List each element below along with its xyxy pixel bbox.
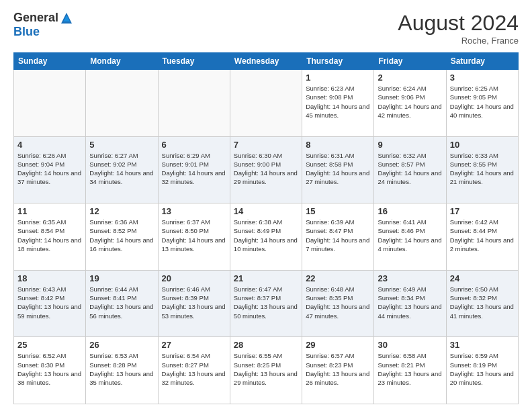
day-number: 25 bbox=[17, 340, 82, 350]
day-info: Sunrise: 6:41 AM Sunset: 8:46 PM Dayligh… bbox=[378, 218, 442, 253]
calendar-cell bbox=[158, 70, 230, 137]
calendar-cell: 31Sunrise: 6:59 AM Sunset: 8:19 PM Dayli… bbox=[446, 337, 518, 404]
day-number: 12 bbox=[89, 206, 154, 216]
day-number: 11 bbox=[17, 206, 82, 216]
calendar-cell: 27Sunrise: 6:54 AM Sunset: 8:27 PM Dayli… bbox=[158, 337, 230, 404]
calendar-cell: 23Sunrise: 6:49 AM Sunset: 8:34 PM Dayli… bbox=[374, 270, 446, 337]
calendar-cell: 25Sunrise: 6:52 AM Sunset: 8:30 PM Dayli… bbox=[14, 337, 86, 404]
day-number: 29 bbox=[306, 340, 370, 350]
calendar-cell: 18Sunrise: 6:43 AM Sunset: 8:42 PM Dayli… bbox=[14, 270, 86, 337]
day-info: Sunrise: 6:42 AM Sunset: 8:44 PM Dayligh… bbox=[450, 218, 515, 253]
day-number: 22 bbox=[306, 273, 370, 283]
day-info: Sunrise: 6:33 AM Sunset: 8:55 PM Dayligh… bbox=[450, 151, 515, 187]
location: Roche, France bbox=[398, 36, 519, 46]
calendar-cell: 17Sunrise: 6:42 AM Sunset: 8:44 PM Dayli… bbox=[446, 203, 518, 271]
day-number: 27 bbox=[162, 340, 226, 350]
day-info: Sunrise: 6:50 AM Sunset: 8:32 PM Dayligh… bbox=[450, 285, 515, 320]
day-info: Sunrise: 6:25 AM Sunset: 9:05 PM Dayligh… bbox=[450, 84, 515, 120]
day-number: 4 bbox=[17, 140, 82, 150]
day-number: 7 bbox=[234, 140, 298, 150]
day-info: Sunrise: 6:48 AM Sunset: 8:35 PM Dayligh… bbox=[306, 285, 370, 320]
calendar-week-1: 4Sunrise: 6:26 AM Sunset: 9:04 PM Daylig… bbox=[14, 136, 519, 203]
day-number: 10 bbox=[450, 140, 515, 150]
calendar-week-2: 11Sunrise: 6:35 AM Sunset: 8:54 PM Dayli… bbox=[14, 203, 519, 271]
day-number: 24 bbox=[450, 273, 515, 283]
col-friday: Friday bbox=[374, 53, 446, 70]
calendar-cell bbox=[14, 70, 86, 137]
calendar-cell: 15Sunrise: 6:39 AM Sunset: 8:47 PM Dayli… bbox=[302, 203, 374, 271]
day-number: 20 bbox=[162, 273, 226, 283]
page: General Blue August 2024 Roche, France S… bbox=[0, 0, 532, 411]
day-number: 28 bbox=[234, 340, 298, 350]
day-info: Sunrise: 6:35 AM Sunset: 8:54 PM Dayligh… bbox=[17, 218, 82, 253]
day-info: Sunrise: 6:38 AM Sunset: 8:49 PM Dayligh… bbox=[234, 218, 298, 253]
calendar-cell bbox=[86, 70, 158, 137]
calendar-cell: 29Sunrise: 6:57 AM Sunset: 8:23 PM Dayli… bbox=[302, 337, 374, 404]
calendar-cell: 11Sunrise: 6:35 AM Sunset: 8:54 PM Dayli… bbox=[14, 203, 86, 271]
calendar-cell: 28Sunrise: 6:55 AM Sunset: 8:25 PM Dayli… bbox=[230, 337, 302, 404]
day-number: 13 bbox=[162, 206, 226, 216]
day-info: Sunrise: 6:29 AM Sunset: 9:01 PM Dayligh… bbox=[162, 151, 226, 187]
day-number: 16 bbox=[378, 206, 442, 216]
day-info: Sunrise: 6:23 AM Sunset: 9:08 PM Dayligh… bbox=[306, 84, 370, 120]
calendar-cell: 4Sunrise: 6:26 AM Sunset: 9:04 PM Daylig… bbox=[14, 136, 86, 203]
day-info: Sunrise: 6:58 AM Sunset: 8:21 PM Dayligh… bbox=[378, 351, 442, 387]
day-info: Sunrise: 6:57 AM Sunset: 8:23 PM Dayligh… bbox=[306, 351, 370, 387]
calendar-cell: 7Sunrise: 6:30 AM Sunset: 9:00 PM Daylig… bbox=[230, 136, 302, 203]
day-info: Sunrise: 6:31 AM Sunset: 8:58 PM Dayligh… bbox=[306, 151, 370, 187]
day-info: Sunrise: 6:54 AM Sunset: 8:27 PM Dayligh… bbox=[162, 351, 226, 387]
day-info: Sunrise: 6:36 AM Sunset: 8:52 PM Dayligh… bbox=[89, 218, 154, 253]
day-number: 17 bbox=[450, 206, 515, 216]
calendar-cell: 14Sunrise: 6:38 AM Sunset: 8:49 PM Dayli… bbox=[230, 203, 302, 271]
col-saturday: Saturday bbox=[446, 53, 518, 70]
day-info: Sunrise: 6:39 AM Sunset: 8:47 PM Dayligh… bbox=[306, 218, 370, 253]
day-number: 5 bbox=[89, 140, 154, 150]
calendar-cell: 24Sunrise: 6:50 AM Sunset: 8:32 PM Dayli… bbox=[446, 270, 518, 337]
calendar-cell: 16Sunrise: 6:41 AM Sunset: 8:46 PM Dayli… bbox=[374, 203, 446, 271]
calendar-cell: 30Sunrise: 6:58 AM Sunset: 8:21 PM Dayli… bbox=[374, 337, 446, 404]
day-info: Sunrise: 6:44 AM Sunset: 8:41 PM Dayligh… bbox=[89, 285, 154, 320]
logo-blue-text: Blue bbox=[13, 25, 40, 38]
calendar-cell: 13Sunrise: 6:37 AM Sunset: 8:50 PM Dayli… bbox=[158, 203, 230, 271]
calendar-cell: 22Sunrise: 6:48 AM Sunset: 8:35 PM Dayli… bbox=[302, 270, 374, 337]
day-info: Sunrise: 6:37 AM Sunset: 8:50 PM Dayligh… bbox=[162, 218, 226, 253]
col-wednesday: Wednesday bbox=[230, 53, 302, 70]
calendar-cell: 1Sunrise: 6:23 AM Sunset: 9:08 PM Daylig… bbox=[302, 70, 374, 137]
day-number: 23 bbox=[378, 273, 442, 283]
logo: General Blue bbox=[13, 11, 73, 39]
day-info: Sunrise: 6:47 AM Sunset: 8:37 PM Dayligh… bbox=[234, 285, 298, 320]
calendar-cell: 20Sunrise: 6:46 AM Sunset: 8:39 PM Dayli… bbox=[158, 270, 230, 337]
day-number: 8 bbox=[306, 140, 370, 150]
day-info: Sunrise: 6:49 AM Sunset: 8:34 PM Dayligh… bbox=[378, 285, 442, 320]
day-info: Sunrise: 6:43 AM Sunset: 8:42 PM Dayligh… bbox=[17, 285, 82, 320]
calendar-cell: 3Sunrise: 6:25 AM Sunset: 9:05 PM Daylig… bbox=[446, 70, 518, 137]
calendar-cell: 6Sunrise: 6:29 AM Sunset: 9:01 PM Daylig… bbox=[158, 136, 230, 203]
day-number: 1 bbox=[306, 73, 370, 83]
day-info: Sunrise: 6:46 AM Sunset: 8:39 PM Dayligh… bbox=[162, 285, 226, 320]
day-number: 6 bbox=[162, 140, 226, 150]
col-thursday: Thursday bbox=[302, 53, 374, 70]
calendar: Sunday Monday Tuesday Wednesday Thursday… bbox=[13, 52, 519, 404]
day-number: 30 bbox=[378, 340, 442, 350]
day-info: Sunrise: 6:24 AM Sunset: 9:06 PM Dayligh… bbox=[378, 84, 442, 120]
day-info: Sunrise: 6:27 AM Sunset: 9:02 PM Dayligh… bbox=[89, 151, 154, 187]
calendar-cell: 8Sunrise: 6:31 AM Sunset: 8:58 PM Daylig… bbox=[302, 136, 374, 203]
day-info: Sunrise: 6:26 AM Sunset: 9:04 PM Dayligh… bbox=[17, 151, 82, 187]
day-info: Sunrise: 6:30 AM Sunset: 9:00 PM Dayligh… bbox=[234, 151, 298, 187]
day-number: 2 bbox=[378, 73, 442, 83]
calendar-cell: 26Sunrise: 6:53 AM Sunset: 8:28 PM Dayli… bbox=[86, 337, 158, 404]
day-number: 26 bbox=[89, 340, 154, 350]
day-info: Sunrise: 6:59 AM Sunset: 8:19 PM Dayligh… bbox=[450, 351, 515, 387]
day-info: Sunrise: 6:32 AM Sunset: 8:57 PM Dayligh… bbox=[378, 151, 442, 187]
calendar-week-3: 18Sunrise: 6:43 AM Sunset: 8:42 PM Dayli… bbox=[14, 270, 519, 337]
day-number: 3 bbox=[450, 73, 515, 83]
day-info: Sunrise: 6:55 AM Sunset: 8:25 PM Dayligh… bbox=[234, 351, 298, 387]
col-sunday: Sunday bbox=[14, 53, 86, 70]
logo-icon bbox=[60, 11, 73, 25]
col-tuesday: Tuesday bbox=[158, 53, 230, 70]
day-info: Sunrise: 6:52 AM Sunset: 8:30 PM Dayligh… bbox=[17, 351, 82, 387]
calendar-week-4: 25Sunrise: 6:52 AM Sunset: 8:30 PM Dayli… bbox=[14, 337, 519, 404]
calendar-cell: 2Sunrise: 6:24 AM Sunset: 9:06 PM Daylig… bbox=[374, 70, 446, 137]
logo-general-text: General bbox=[13, 11, 58, 25]
day-number: 19 bbox=[89, 273, 154, 283]
